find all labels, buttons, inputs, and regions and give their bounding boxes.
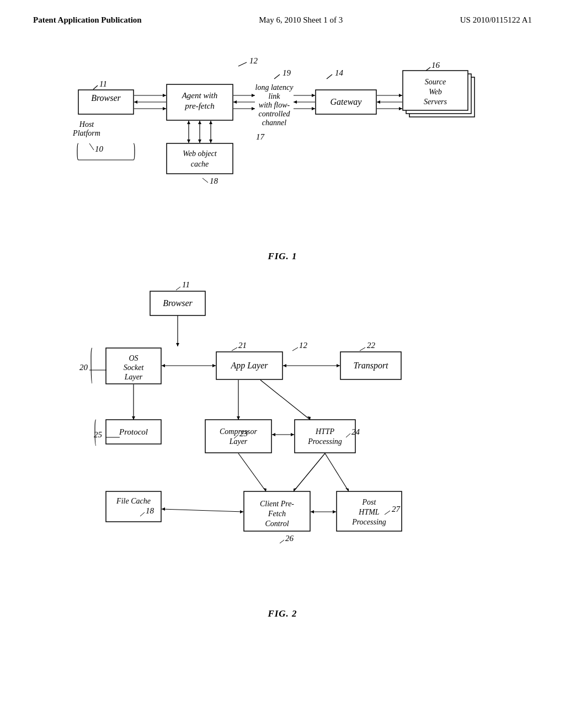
fig1-svg: 12 19 14 16 11 Browser Host Platform 10 [34, 36, 531, 245]
svg-marker-36 [162, 364, 165, 367]
svg-marker-51 [263, 488, 266, 491]
compressor-text1: Compressor [220, 427, 257, 436]
web-cache-text2: cache [191, 160, 209, 168]
svg-line-43 [260, 380, 310, 420]
svg-marker-15 [294, 100, 297, 104]
svg-marker-25 [187, 121, 190, 124]
label-10: 10 [95, 144, 104, 153]
host-platform-label: Host [79, 120, 95, 129]
svg-marker-39 [283, 364, 286, 367]
svg-marker-29 [198, 140, 201, 143]
svg-marker-53 [294, 488, 297, 491]
svg-marker-37 [212, 364, 216, 367]
gateway-text: Gateway [331, 97, 363, 107]
svg-marker-17 [312, 107, 315, 110]
label-14: 14 [335, 68, 344, 77]
fig2-container: 11 Browser 12 21 22 OS Socket Layer [34, 272, 531, 629]
client-prefetch-text1: Client Pre- [260, 500, 294, 508]
app-layer-text: App Layer [230, 361, 268, 371]
latency-text5: channel [262, 119, 286, 127]
latency-text4: controlled [258, 110, 290, 118]
os-socket-text2: Socket [124, 363, 145, 372]
patent-publication-label: Patent Application Publication [33, 15, 142, 25]
client-prefetch-text2: Fetch [268, 510, 286, 518]
source-web-text2: Web [429, 88, 442, 96]
svg-marker-57 [162, 507, 165, 511]
label-12: 12 [249, 56, 258, 65]
source-web-text3: Servers [424, 98, 447, 106]
label-19: 19 [282, 68, 291, 77]
os-socket-text3: Layer [124, 373, 143, 381]
svg-marker-7 [252, 94, 255, 97]
fig2-label: FIG. 2 [268, 608, 297, 619]
svg-marker-26 [187, 140, 190, 143]
post-html-text1: Post [362, 498, 377, 506]
compressor-text2: Layer [229, 437, 248, 446]
web-cache-box [167, 143, 233, 174]
svg-marker-32 [209, 140, 212, 143]
label-17: 17 [256, 132, 265, 141]
label-27: 27 [392, 505, 401, 513]
latency-text1: long latency [255, 83, 294, 92]
client-prefetch-text3: Control [265, 520, 289, 528]
svg-marker-3 [134, 100, 137, 104]
patent-number: US 2010/0115122 A1 [460, 15, 532, 25]
svg-marker-60 [333, 510, 336, 513]
svg-marker-61 [311, 510, 314, 513]
http-box [295, 420, 355, 453]
svg-marker-9 [233, 100, 237, 104]
agent-text1: Agent with [182, 91, 218, 100]
browser-text: Browser [91, 93, 121, 103]
svg-marker-42 [237, 416, 240, 420]
transport-text: Transport [353, 361, 388, 371]
svg-marker-19 [399, 94, 402, 97]
label-12-fig2: 12 [299, 341, 308, 350]
svg-marker-11 [252, 107, 255, 110]
svg-line-52 [294, 453, 325, 491]
os-socket-text1: OS [129, 354, 138, 362]
svg-marker-31 [209, 121, 212, 124]
label-18-fig2: 18 [146, 506, 154, 515]
svg-marker-55 [345, 488, 349, 491]
label-22: 22 [367, 341, 376, 350]
http-text1: HTTP [315, 427, 335, 436]
svg-marker-49 [291, 433, 294, 436]
label-11: 11 [99, 79, 107, 88]
source-web-text1: Source [425, 78, 446, 86]
svg-line-50 [238, 453, 266, 491]
label-16: 16 [431, 61, 440, 69]
file-cache-text1: File Cache [116, 497, 151, 505]
diagrams-container: 12 19 14 16 11 Browser Host Platform 10 [0, 25, 565, 629]
fig1-container: 12 19 14 16 11 Browser Host Platform 10 [34, 36, 531, 272]
post-html-text3: Processing [351, 518, 386, 526]
browser-text-fig2: Browser [163, 298, 193, 308]
svg-marker-58 [240, 510, 243, 513]
svg-line-56 [162, 509, 243, 512]
svg-marker-48 [272, 433, 275, 436]
agent-text2: pre-fetch [184, 101, 215, 110]
web-cache-text1: Web object [183, 149, 217, 158]
fig2-svg: 11 Browser 12 21 22 OS Socket Layer [34, 272, 531, 603]
latency-text2: link [269, 92, 281, 100]
host-platform-label2: Platform [72, 129, 100, 137]
label-20: 20 [79, 363, 88, 372]
post-html-text2: HTML [358, 508, 380, 516]
compressor-box [205, 420, 271, 453]
svg-marker-1 [163, 94, 166, 97]
svg-marker-23 [399, 107, 402, 110]
svg-marker-5 [163, 107, 166, 110]
svg-marker-28 [198, 121, 201, 124]
publication-date: May 6, 2010 Sheet 1 of 3 [259, 15, 343, 25]
svg-line-54 [325, 453, 349, 491]
latency-text3: with flow- [259, 101, 290, 109]
protocol-text: Protocol [119, 427, 148, 436]
label-21: 21 [238, 341, 247, 350]
svg-marker-21 [377, 100, 380, 104]
svg-marker-46 [132, 416, 135, 420]
svg-marker-34 [176, 343, 179, 346]
label-26: 26 [285, 534, 294, 543]
fig1-label: FIG. 1 [268, 251, 297, 262]
label-11-fig2: 11 [182, 280, 190, 289]
label-18: 18 [210, 176, 218, 185]
svg-marker-13 [312, 94, 315, 97]
